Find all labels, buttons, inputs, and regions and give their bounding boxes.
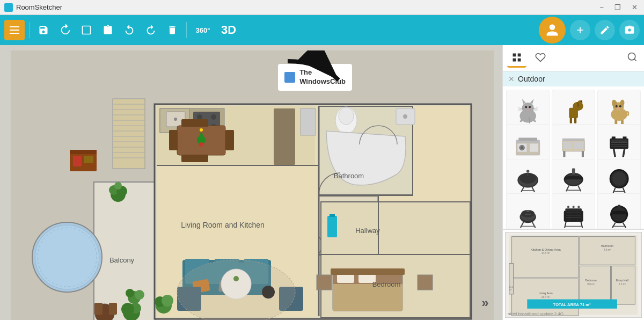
gas-grill-icon: [559, 200, 588, 229]
panel-tabs: [503, 45, 644, 71]
hamburger-icon: [10, 26, 19, 34]
svg-rect-141: [518, 138, 537, 141]
svg-rect-15: [73, 156, 82, 166]
minimap-svg: Kitchen & Dining Area 14.8 m² Bathroom 4…: [506, 232, 641, 317]
tab-grid[interactable]: [507, 48, 526, 68]
item-gas-grill[interactable]: [552, 193, 595, 229]
svg-point-200: [618, 205, 621, 208]
minimize-button[interactable]: −: [597, 3, 606, 11]
svg-text:TOTAL AREA 71 m²: TOTAL AREA 71 m²: [553, 302, 591, 307]
svg-point-45: [197, 114, 202, 120]
svg-rect-153: [613, 149, 616, 157]
app-icon: [4, 3, 13, 12]
furnish-button[interactable]: [539, 17, 566, 43]
svg-point-79: [162, 295, 173, 307]
watermark-line1: The: [299, 68, 312, 76]
svg-rect-147: [582, 151, 584, 157]
svg-rect-124: [570, 118, 572, 123]
watermark-line2: WindowsClub: [299, 77, 346, 85]
titlebar-controls[interactable]: − ❐ ✕: [597, 3, 640, 11]
svg-text:Bathroom: Bathroom: [601, 244, 613, 248]
svg-line-174: [613, 188, 615, 193]
svg-point-43: [174, 118, 177, 121]
svg-rect-149: [611, 140, 627, 143]
toolbar-separator-2: [186, 22, 187, 38]
grill-station-icon: [559, 131, 588, 161]
svg-rect-208: [580, 266, 610, 304]
svg-point-196: [572, 206, 574, 208]
view-3d-button[interactable]: 3D: [219, 20, 238, 40]
svg-text:4.5 m²: 4.5 m²: [604, 249, 611, 251]
category-close-button[interactable]: ✕: [508, 75, 515, 83]
charcoal-grill-icon: [513, 200, 543, 229]
svg-rect-56: [225, 130, 234, 150]
undo-button[interactable]: [120, 20, 139, 40]
svg-rect-0: [83, 26, 91, 34]
svg-point-197: [577, 206, 580, 208]
svg-rect-170: [572, 169, 575, 174]
svg-rect-86: [317, 275, 332, 290]
maximize-button[interactable]: ❐: [612, 3, 623, 11]
svg-point-93: [114, 182, 122, 190]
svg-point-96: [135, 290, 144, 300]
svg-rect-18: [94, 182, 156, 320]
svg-line-161: [531, 186, 535, 192]
watermark-text: The WindowsClub: [299, 68, 346, 86]
svg-point-60: [339, 107, 354, 125]
history-button[interactable]: [55, 20, 75, 40]
delete-button[interactable]: [163, 20, 182, 40]
item-charcoal-grill[interactable]: [506, 193, 550, 229]
svg-text:9.8 m²: 9.8 m²: [587, 283, 595, 286]
search-button[interactable]: [625, 49, 640, 67]
svg-text:Entry Hall: Entry Hall: [616, 279, 628, 282]
svg-text:14.8 m²: 14.8 m²: [541, 252, 551, 254]
svg-rect-57: [181, 119, 208, 127]
toolbar-right: [539, 17, 640, 43]
titlebar-left: RoomSketcher: [4, 3, 62, 12]
camera-button[interactable]: [619, 20, 640, 40]
add-button[interactable]: [570, 20, 590, 40]
svg-text:m²: m²: [509, 289, 512, 291]
svg-line-193: [581, 222, 582, 228]
save-button[interactable]: [34, 20, 53, 40]
svg-line-160: [521, 186, 524, 192]
items-grid: [503, 86, 644, 229]
bbq-round-icon: [604, 165, 634, 195]
svg-rect-143: [562, 139, 584, 141]
svg-point-114: [526, 108, 530, 110]
svg-rect-185: [564, 210, 583, 222]
close-button[interactable]: ✕: [630, 3, 640, 11]
folding-grill-icon: [604, 131, 634, 161]
view-360-button[interactable]: 360°: [191, 20, 215, 40]
clipboard-button[interactable]: [98, 20, 118, 40]
svg-rect-104: [518, 53, 521, 56]
bbq-grill-1-icon: [513, 165, 543, 195]
main-area: Living Room and Kitchen Bathroom Hallway…: [0, 45, 644, 320]
item-kettle-grill[interactable]: [597, 193, 641, 229]
svg-point-62: [403, 114, 407, 119]
canvas-area[interactable]: Living Room and Kitchen Bathroom Hallway…: [0, 45, 502, 320]
svg-rect-144: [564, 142, 572, 149]
svg-rect-24: [109, 303, 117, 315]
svg-point-130: [616, 105, 618, 107]
svg-line-203: [623, 222, 626, 228]
nav-arrows-button[interactable]: »: [474, 292, 496, 314]
svg-point-131: [619, 105, 621, 107]
svg-text:21.4: 21.4: [509, 286, 514, 288]
svg-line-192: [565, 222, 566, 228]
edit-button[interactable]: [595, 20, 615, 40]
svg-rect-206: [512, 237, 579, 278]
toolbar: 360° 3D: [0, 15, 644, 45]
svg-rect-138: [530, 144, 538, 152]
svg-point-163: [526, 170, 530, 173]
redo-button[interactable]: [141, 20, 160, 40]
tab-favorites[interactable]: [531, 48, 550, 68]
svg-point-27: [121, 303, 134, 316]
svg-rect-23: [94, 303, 103, 315]
watermark: The WindowsClub: [278, 64, 352, 91]
menu-button[interactable]: [4, 20, 25, 40]
svg-rect-65: [185, 259, 209, 265]
svg-rect-145: [573, 142, 582, 149]
svg-point-95: [126, 289, 134, 297]
shapes-button[interactable]: [77, 20, 96, 40]
